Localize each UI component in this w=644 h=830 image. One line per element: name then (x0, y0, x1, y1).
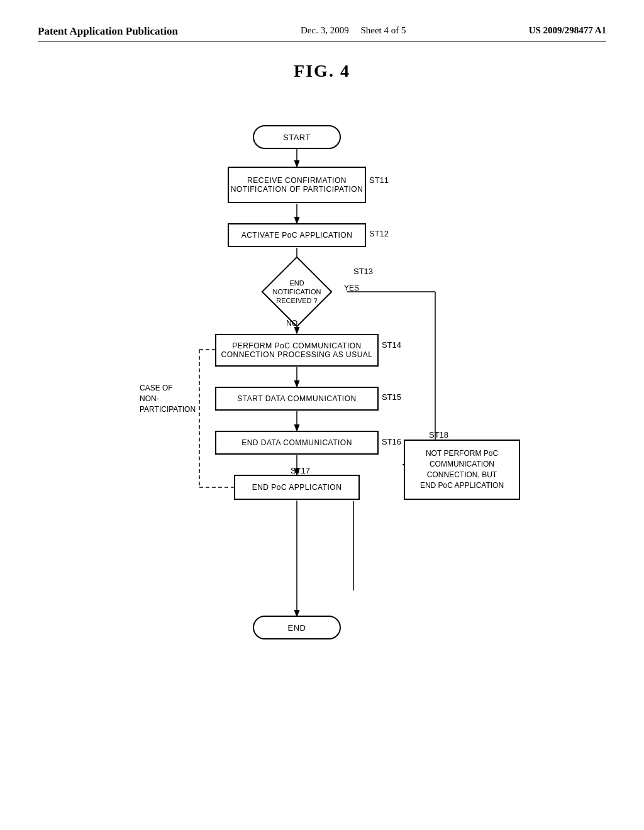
page-header: Patent Application Publication Dec. 3, 2… (38, 25, 606, 42)
publication-label: Patent Application Publication (38, 25, 178, 38)
st11-box: RECEIVE CONFIRMATION NOTIFICATION OF PAR… (228, 167, 366, 203)
st17-box: END PoC APPLICATION (234, 475, 360, 500)
st12-box: ACTIVATE PoC APPLICATION (228, 223, 366, 247)
st16-box: END DATA COMMUNICATION (215, 431, 379, 455)
st14-box: PERFORM PoC COMMUNICATION CONNECTION PRO… (215, 334, 379, 367)
st12-label: ST12 (369, 229, 389, 238)
page: Patent Application Publication Dec. 3, 2… (0, 0, 644, 830)
case-of-label: CASE OFNON-PARTICIPATION (140, 383, 196, 414)
st18-label: ST18 (429, 430, 448, 440)
st13-label: ST13 (353, 267, 373, 276)
figure-title: FIG. 4 (38, 61, 606, 81)
st15-label: ST15 (382, 392, 401, 402)
start-box: START (253, 125, 341, 149)
date: Dec. 3, 2009 (301, 25, 349, 35)
st18-box: NOT PERFORM PoC COMMUNICATION CONNECTION… (404, 440, 520, 500)
sheet: Sheet 4 of 5 (360, 25, 406, 35)
st13-diamond: ENDNOTIFICATIONRECEIVED ? (247, 267, 347, 317)
st16-label: ST16 (382, 437, 401, 446)
yes-label: YES (344, 284, 359, 292)
st11-label: ST11 (369, 175, 389, 185)
st17-label: ST17 (291, 466, 310, 475)
patent-number: US 2009/298477 A1 (529, 25, 606, 36)
st14-label: ST14 (382, 340, 401, 350)
flowchart-diagram: START RECEIVE CONFIRMATION NOTIFICATION … (102, 113, 542, 710)
end-box: END (253, 616, 341, 639)
no-label: NO (286, 319, 297, 328)
st15-box: START DATA COMMUNICATION (215, 387, 379, 411)
date-sheet: Dec. 3, 2009 Sheet 4 of 5 (301, 25, 406, 36)
